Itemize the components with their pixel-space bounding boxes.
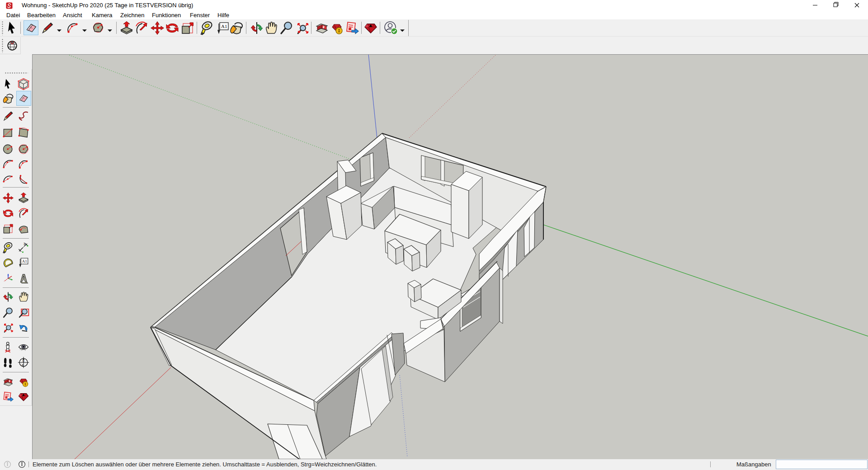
svg-text:A1: A1 <box>22 259 27 263</box>
svg-text:B: B <box>21 364 24 367</box>
svg-text:3: 3 <box>24 242 25 245</box>
svg-text:G: G <box>23 360 24 362</box>
svg-text:A1: A1 <box>221 24 227 29</box>
